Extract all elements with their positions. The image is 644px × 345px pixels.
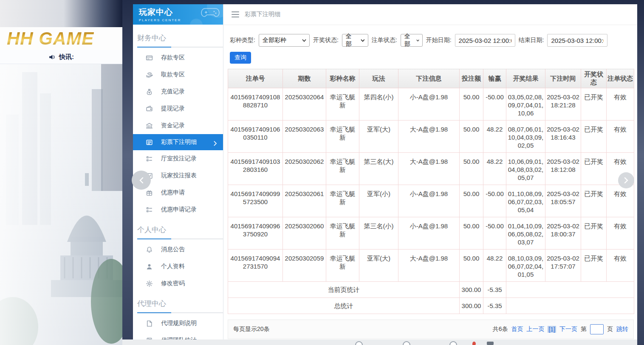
brand-logo: HH GAME xyxy=(7,28,94,49)
sidebar-item[interactable]: 资金记录 xyxy=(133,117,223,134)
table-cell: -50.00 xyxy=(483,185,506,217)
sidebar-item[interactable]: 优惠申请记录 xyxy=(133,201,223,218)
sidebar-item[interactable]: 消息公告 xyxy=(133,241,223,258)
start-date-input[interactable] xyxy=(455,34,515,47)
lottery-type-value: 全部彩种 xyxy=(263,36,286,44)
table-cell: 401569174091088828710 xyxy=(228,88,283,121)
chevron-left-icon xyxy=(138,177,144,183)
sidebar-item[interactable]: 修改密码 xyxy=(133,275,223,292)
sidebar-item[interactable]: 代理规则说明 xyxy=(133,315,223,332)
table-cell: 50.00 xyxy=(460,185,483,217)
deposit-icon xyxy=(146,54,153,62)
sidebar-item-label: 优惠申请 xyxy=(161,189,185,196)
table-cell: 20250302064 xyxy=(283,88,326,121)
sidebar-item[interactable]: 存款专区 xyxy=(133,49,223,66)
table-cell: 幸运飞艇新 xyxy=(326,153,359,185)
stats-empty xyxy=(506,282,634,298)
sidebar-item[interactable]: 厅室投注记录 xyxy=(133,150,223,167)
page-jump-input[interactable] xyxy=(590,324,604,334)
column-header: 输赢 xyxy=(483,69,506,88)
table-cell: 2025-03-02 18:12:08 xyxy=(545,153,581,185)
table-row: 40156917409094273157020250302059幸运飞艇新亚军(… xyxy=(228,250,634,282)
table-cell: 小-A盘@1.98 xyxy=(398,88,460,121)
next-page-link[interactable]: 下一页 xyxy=(559,325,577,333)
footer-badge-icon xyxy=(449,341,457,345)
table-cell: 401569174090995723500 xyxy=(228,185,283,217)
column-header: 下注时间 xyxy=(545,69,581,88)
draw-status-select[interactable]: 全部 xyxy=(342,34,368,47)
table-cell: 已开奖 xyxy=(581,153,607,185)
withdraw-icon xyxy=(146,71,153,79)
table-cell: 有效 xyxy=(607,250,634,282)
table-cell: 幸运飞艇新 xyxy=(326,250,359,282)
sidebar-item-label: 个人资料 xyxy=(161,263,185,270)
sidebar-item-active[interactable]: 彩票下注明细 xyxy=(133,134,223,150)
footer-strip xyxy=(122,339,637,345)
stats-row: 总统计300.00-5.35 xyxy=(228,298,634,314)
photo-top-band xyxy=(0,0,122,27)
order-status-select[interactable]: 全部 xyxy=(401,34,423,47)
current-page-indicator: [1] xyxy=(548,326,556,333)
end-date-label: 结束日期: xyxy=(519,36,544,44)
jump-suffix: 页 xyxy=(607,325,613,333)
sidebar-collapse-button[interactable] xyxy=(132,171,151,190)
table-header-row: 注单号期数彩种名称玩法下注信息投注额输赢开奖结果下注时间开奖状态注单状态 xyxy=(228,69,634,88)
table-cell: 已开奖 xyxy=(581,217,607,250)
sidebar-item-label: 消息公告 xyxy=(161,246,185,253)
sidebar-item-label: 存款专区 xyxy=(161,54,185,62)
order-status-value: 全部 xyxy=(404,33,413,48)
lottery-type-select[interactable]: 全部彩种 xyxy=(259,34,310,47)
speaker-icon xyxy=(48,53,56,61)
table-cell: 第三名(大) xyxy=(359,153,398,185)
hall-bet-record-icon xyxy=(146,155,153,163)
column-header: 开奖结果 xyxy=(506,69,545,88)
sidebar-item[interactable]: 个人资料 xyxy=(133,258,223,275)
table-cell: 50.00 xyxy=(460,250,483,282)
table-cell: 已开奖 xyxy=(581,121,607,153)
table-cell: 08,07,06,01,10,04,03,09,02,05 xyxy=(506,121,545,153)
table-cell: 03,05,02,08,09,07,04,01,10,06 xyxy=(506,88,545,121)
main-content: 彩票下注明细 彩种类型: 全部彩种 开奖状态: 全部 注单状态: 全部 开始日期… xyxy=(223,4,637,339)
table-cell: 已开奖 xyxy=(581,88,607,121)
chevron-down-icon xyxy=(302,38,306,42)
recharge-record-icon xyxy=(146,88,153,95)
jump-link[interactable]: 跳转 xyxy=(616,325,628,333)
first-page-link[interactable]: 首页 xyxy=(511,325,523,333)
table-cell: 2025-03-02 18:05:57 xyxy=(545,185,581,217)
ticker-label: 快讯: xyxy=(59,53,74,61)
menu-toggle-icon[interactable] xyxy=(232,11,239,17)
table-cell: 401569174090963750920 xyxy=(228,217,283,250)
table-cell: 01,04,10,09,06,05,08,02,03,07 xyxy=(506,217,545,250)
sidebar-item[interactable]: 充值记录 xyxy=(133,83,223,100)
stats-win-loss: -5.35 xyxy=(483,298,506,314)
sidebar-item[interactable]: 取款专区 xyxy=(133,66,223,83)
game-controller-icon xyxy=(201,7,220,18)
table-cell: 08,10,03,09,06,07,02,04,01,05 xyxy=(506,250,545,282)
sidebar-item[interactable]: 提现记录 xyxy=(133,100,223,117)
stats-label: 总统计 xyxy=(228,298,460,314)
table-cell: 401569174091060350110 xyxy=(228,121,283,153)
table-row: 40156917409096375092020250302060幸运飞艇新第三名… xyxy=(228,217,634,250)
prev-page-link[interactable]: 上一页 xyxy=(526,325,544,333)
panel-expand-button[interactable] xyxy=(618,172,634,188)
footer-badge-icon xyxy=(403,341,410,345)
search-button[interactable]: 查询 xyxy=(230,52,251,64)
stats-bet-total: 300.00 xyxy=(460,298,483,314)
table-cell: 有效 xyxy=(607,185,634,217)
table-cell: 2025-03-02 17:57:07 xyxy=(545,250,581,282)
column-header: 注单状态 xyxy=(607,69,634,88)
chevron-right-icon xyxy=(623,177,629,183)
pager: 共6条 首页 上一页 [1] 下一页 第 页 跳转 xyxy=(493,324,628,334)
column-header: 彩种名称 xyxy=(326,69,359,88)
sidebar-header: 玩家中心 PLAYERS CENTER xyxy=(133,4,223,25)
stats-empty xyxy=(506,298,634,314)
table-row: 40156917409103280316020250302062幸运飞艇新第三名… xyxy=(228,153,634,185)
order-status-label: 注单状态: xyxy=(372,36,397,44)
table-row: 40156917409108882871020250302064幸运飞艇新第四名… xyxy=(228,88,634,121)
breadcrumb-bar: 彩票下注明细 xyxy=(223,4,637,25)
table-cell: 48.22 xyxy=(483,153,506,185)
table-cell: 48.22 xyxy=(483,250,506,282)
per-page-text: 每页显示20条 xyxy=(233,325,270,333)
end-date-input[interactable] xyxy=(547,34,607,47)
table-cell: 2025-03-02 18:21:28 xyxy=(545,88,581,121)
